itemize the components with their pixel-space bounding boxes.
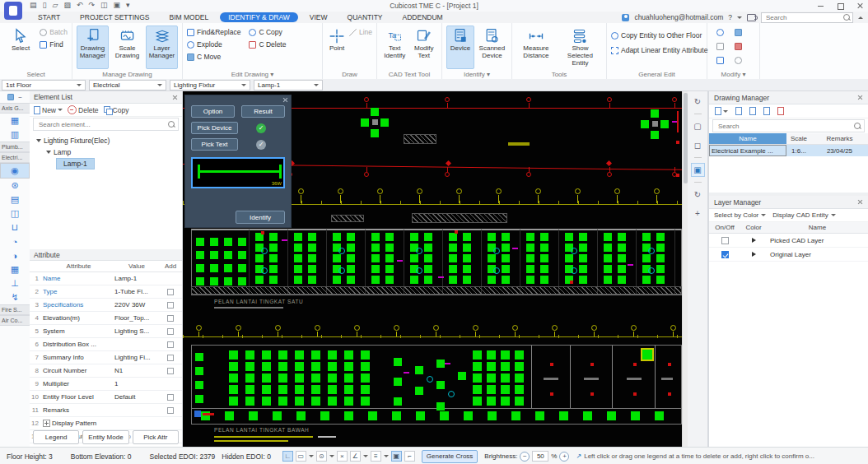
col-scale[interactable]: Scale <box>786 135 811 142</box>
parallel-icon[interactable]: ≡ <box>371 451 381 462</box>
modify-delete-icon[interactable] <box>735 43 742 50</box>
point-button[interactable]: Point <box>327 26 347 69</box>
c-delete-button[interactable]: C Delete <box>249 39 286 49</box>
tree-node-element[interactable]: Lamp-1 <box>30 158 182 169</box>
add-checkbox[interactable] <box>167 302 174 309</box>
col-color[interactable]: Color <box>740 224 767 231</box>
save-icon[interactable]: ▤ <box>30 1 37 9</box>
col-layer-name[interactable]: Name <box>767 224 868 231</box>
expand-arrow-icon[interactable] <box>752 252 756 257</box>
col-onoff[interactable]: On/Off <box>709 224 740 231</box>
help-caret-icon[interactable] <box>737 16 742 19</box>
close-icon[interactable] <box>857 95 863 100</box>
pick-device-button[interactable]: Pick Device <box>191 122 238 134</box>
attr-row-type[interactable]: 2Type1-Tube Fl... <box>30 285 182 299</box>
tree-node-category[interactable]: Lighting Fixture(Elec) <box>30 135 182 146</box>
layer-manager-button[interactable]: Layer Manager <box>146 26 178 69</box>
minimize-icon[interactable] <box>817 2 825 10</box>
attr-row-name[interactable]: 1NameLamp-1 <box>30 272 182 285</box>
window-icon[interactable]: ◫ <box>100 1 108 9</box>
zoom-extents-icon[interactable]: + <box>691 206 705 220</box>
brightness-value[interactable]: 50 <box>532 451 548 462</box>
attr-row-remarks[interactable]: 11Remarks <box>30 404 182 417</box>
add-checkbox[interactable] <box>167 289 174 295</box>
attr-row-circuit-number[interactable]: 8Circuit NumberN1 <box>30 364 182 378</box>
cable-tray-icon[interactable]: ▦ <box>0 262 30 276</box>
c-copy-button[interactable]: C Copy <box>249 27 286 37</box>
account-email[interactable]: chuahluoheng@hotmail.com <box>634 13 723 21</box>
identify-button[interactable]: Identify <box>236 211 285 224</box>
lamp-icon[interactable]: ◉ <box>0 163 30 179</box>
delete-element-button[interactable]: Delete <box>68 105 99 114</box>
cad-canvas[interactable]: PELAN LANTAI TINGKAT SATU PELAN LANTAI T… <box>183 91 682 447</box>
expand-icon[interactable] <box>43 420 50 427</box>
modify-copy-icon[interactable] <box>716 29 724 36</box>
tab-view[interactable]: VIEW <box>301 12 336 22</box>
add-checkbox[interactable] <box>167 394 174 401</box>
feedback-icon[interactable] <box>747 14 756 21</box>
switch-icon[interactable]: ◔ <box>0 234 30 248</box>
pole-icon[interactable]: ⊥ <box>0 276 30 290</box>
close-icon[interactable] <box>857 199 863 205</box>
drawing-search[interactable] <box>712 119 865 132</box>
rail-header-plumbing[interactable]: Plumb... <box>0 142 30 152</box>
collapse-ribbon-icon[interactable] <box>858 16 863 19</box>
show-selected-entity-button[interactable]: Show Selected Entity <box>558 26 602 69</box>
ribbon-search-input[interactable] <box>764 13 840 22</box>
tree-node-type[interactable]: Lamp <box>30 146 182 158</box>
add-checkbox[interactable] <box>167 368 174 374</box>
modify-rotate-icon[interactable] <box>735 57 742 64</box>
export-drawing-icon[interactable] <box>749 107 756 115</box>
generate-cross-button[interactable]: Generate Cross <box>422 450 478 463</box>
rail-header-air[interactable]: Air Co... <box>0 315 30 326</box>
angle-icon[interactable]: ∠ <box>350 451 361 462</box>
attr-row-distribution-box[interactable]: 6Distribution Box ... <box>30 338 182 351</box>
more-icon[interactable]: ▾ <box>126 1 130 9</box>
view-cube-icon[interactable]: ▣ <box>691 163 705 177</box>
ortho-icon[interactable]: ∟ <box>282 451 293 462</box>
chevron-down-icon[interactable] <box>309 455 314 457</box>
rail-header-fire[interactable]: Fire S... <box>0 304 30 315</box>
select-button[interactable]: Select <box>4 26 37 69</box>
ribbon-search[interactable] <box>761 12 853 23</box>
measure-distance-button[interactable]: Measure Distance <box>516 26 556 69</box>
rotate-view-icon[interactable]: ↻ <box>691 188 705 202</box>
col-name[interactable]: Name <box>709 133 786 144</box>
close-icon[interactable] <box>282 97 287 102</box>
fan-icon[interactable]: ⊛ <box>0 179 30 193</box>
select-by-color-button[interactable]: Select by Color <box>714 211 766 219</box>
account-icon[interactable] <box>622 14 629 21</box>
col-remarks[interactable]: Remarks <box>811 135 868 142</box>
attr-row-multiplier[interactable]: 9Multiplier1 <box>30 378 182 391</box>
close-icon[interactable] <box>172 95 178 100</box>
pan-icon[interactable]: ◻ <box>691 138 705 152</box>
rail-header-electrical[interactable]: Electri... <box>0 152 30 163</box>
snap-icon[interactable]: ⊙ <box>316 451 327 462</box>
layer-row-original[interactable]: Original Layer <box>709 248 868 262</box>
selection-mode-icon[interactable]: ▭ <box>296 451 306 462</box>
drawing-manager-button[interactable]: Drawing Manager <box>77 26 109 69</box>
close-icon[interactable] <box>856 2 865 10</box>
maximize-icon[interactable] <box>837 2 845 10</box>
modify-offset-icon[interactable] <box>716 43 724 50</box>
new-element-button[interactable]: New <box>34 106 63 114</box>
delete-drawing-icon[interactable] <box>777 107 784 115</box>
find-replace-button[interactable]: Find&Replace <box>187 27 240 37</box>
add-checkbox[interactable] <box>167 341 174 348</box>
copy-entity-other-floor-button[interactable]: Copy Entity to Other Floor <box>611 30 707 40</box>
modify-text-button[interactable]: Modify Text <box>411 26 438 69</box>
add-checkbox[interactable] <box>167 315 174 322</box>
canvas-vertical-scrollbar[interactable] <box>682 91 688 447</box>
plot-icon[interactable]: ▨ <box>63 1 71 9</box>
attr-row-entity-floor-level[interactable]: 10Entity Floor LevelDefault <box>30 391 182 404</box>
layer-row-picked[interactable]: Picked CAD Layer <box>709 234 868 248</box>
modify-move-icon[interactable] <box>716 57 724 64</box>
expand-arrow-icon[interactable] <box>752 238 756 243</box>
add-drawing-icon[interactable] <box>735 107 742 115</box>
add-checkbox[interactable] <box>167 328 174 335</box>
axis-grid-icon[interactable]: ▦ <box>0 114 30 128</box>
open-folder-icon[interactable]: ▱ <box>52 1 58 9</box>
chevron-down-icon[interactable] <box>329 455 334 457</box>
element-select[interactable]: Lamp-1 <box>254 80 323 90</box>
pick-attr-button[interactable]: Pick Attr <box>133 430 179 444</box>
